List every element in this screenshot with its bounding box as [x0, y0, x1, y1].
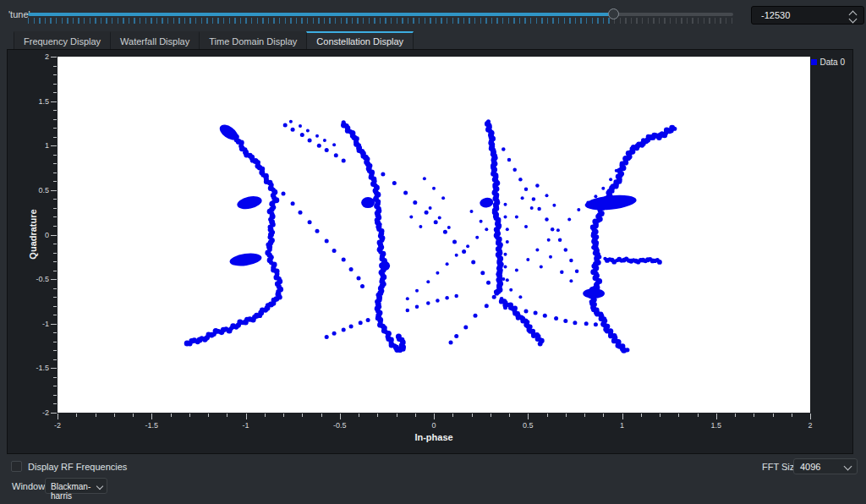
- tab-time-domain-display[interactable]: Time Domain Display: [199, 31, 307, 49]
- window-combobox[interactable]: Blackman-harris: [45, 478, 107, 494]
- y-axis-label: Quadrature: [28, 209, 38, 259]
- constellation-plot-frame: -2-1.5-1-0.500.511.52 21.510.50-0.5-1-1.…: [7, 49, 853, 454]
- fft-size-value: 4096: [800, 462, 820, 472]
- legend: Data 0: [811, 58, 845, 67]
- tab-label: Frequency Display: [24, 36, 101, 47]
- tab-frequency-display[interactable]: Frequency Display: [14, 31, 111, 49]
- chevron-down-icon: [844, 463, 852, 471]
- tab-constellation-display[interactable]: Constellation Display: [306, 31, 414, 49]
- display-tabbar: Frequency Display Waterfall Display Time…: [14, 31, 413, 49]
- fft-size-combobox[interactable]: 4096: [793, 458, 858, 474]
- x-axis-label: In-phase: [414, 432, 452, 442]
- plot-canvas[interactable]: [58, 57, 810, 413]
- window-label: Window:: [12, 481, 47, 491]
- display-rf-frequencies-label: Display RF Frequencies: [28, 462, 127, 472]
- slider-ticks-unfilled: [614, 18, 733, 24]
- slider-ticks-filled: [28, 18, 614, 24]
- legend-swatch-data0: [811, 59, 817, 65]
- tune-slider[interactable]: [28, 5, 733, 27]
- tab-waterfall-display[interactable]: Waterfall Display: [110, 31, 200, 49]
- scatter-points: [58, 57, 810, 413]
- spinbox-down-arrow-icon[interactable]: [849, 15, 858, 24]
- tune-slider-label: 'tune': [8, 9, 30, 19]
- slider-fill: [28, 13, 614, 16]
- tab-label: Constellation Display: [316, 36, 403, 47]
- tab-label: Time Domain Display: [209, 36, 297, 47]
- legend-label: Data 0: [820, 58, 845, 67]
- display-rf-frequencies-checkbox[interactable]: [11, 461, 22, 472]
- tune-spinbox[interactable]: -12530: [751, 6, 864, 25]
- tune-spinbox-value[interactable]: -12530: [761, 10, 790, 20]
- slider-handle[interactable]: [608, 8, 619, 19]
- tab-label: Waterfall Display: [120, 36, 189, 47]
